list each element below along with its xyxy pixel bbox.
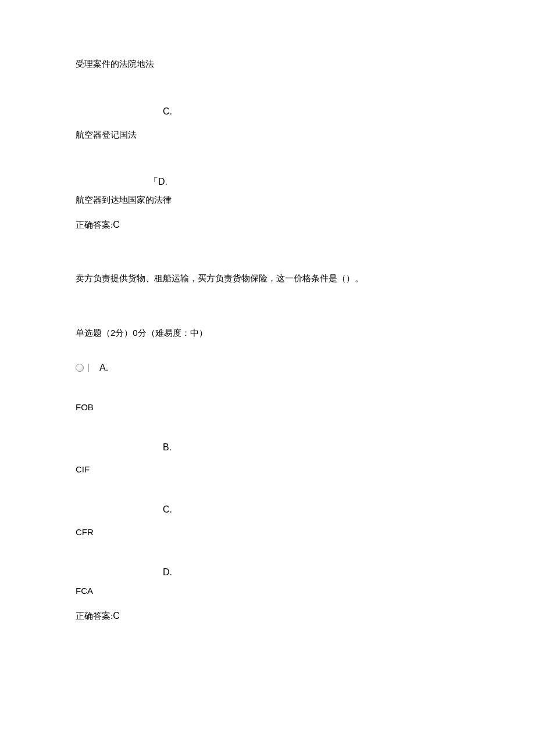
q2-option-a-letter: A. <box>99 363 108 373</box>
q1-option-c-text: 航空器登记国法 <box>76 130 459 141</box>
q1-option-c-letter: C. <box>163 105 172 118</box>
small-mark-icon <box>88 364 94 372</box>
q2-option-b-letter: B. <box>163 441 172 454</box>
q2-stem: 卖方负责提供货物、租船运输，买方负责货物保险，这一价格条件是（）。 <box>76 273 459 285</box>
q2-option-d-text: FCA <box>76 585 459 597</box>
q2-option-c-letter: C. <box>163 503 172 516</box>
q2-answer: 正确答案:C <box>76 611 459 622</box>
q2-option-d-letter: D. <box>163 566 172 579</box>
q2-option-b-text: CIF <box>76 463 459 475</box>
q2-meta: 单选题（2分）0分（难易度：中） <box>76 327 459 339</box>
q1-option-d-text: 航空器到达地国家的法律 <box>76 195 459 206</box>
q1-answer: 正确答案:C <box>76 220 459 231</box>
radio-icon[interactable] <box>76 364 84 372</box>
q2-option-a-row[interactable]: A. <box>76 363 459 373</box>
q1-option-b-text: 受理案件的法院地法 <box>76 58 459 70</box>
q2-option-c-text: CFR <box>76 526 459 538</box>
q2-option-a-text: FOB <box>76 401 459 413</box>
q1-option-d-letter: 「D. <box>149 175 167 188</box>
